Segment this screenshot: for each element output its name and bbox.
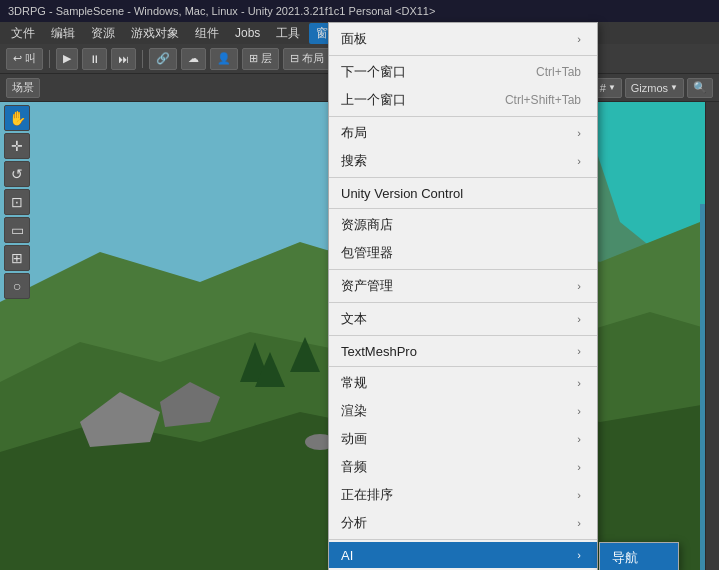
ai-submenu: 导航 — [599, 542, 679, 570]
divider-4 — [329, 208, 597, 209]
analysis-arrow: › — [577, 517, 581, 529]
divider-8 — [329, 366, 597, 367]
divider-3 — [329, 177, 597, 178]
divider-5 — [329, 269, 597, 270]
menu-text[interactable]: 文本 › — [329, 305, 597, 333]
layout-arrow: › — [577, 127, 581, 139]
seq-arrow: › — [577, 489, 581, 501]
menu-audio[interactable]: 音频 › — [329, 453, 597, 481]
search-arrow: › — [577, 155, 581, 167]
menu-panel[interactable]: 面板 › — [329, 25, 597, 53]
menu-layout[interactable]: 布局 › — [329, 119, 597, 147]
render-arrow: › — [577, 405, 581, 417]
search-label: 搜索 — [341, 152, 367, 170]
ai-arrow: › — [577, 549, 581, 561]
ai-label: AI — [341, 548, 353, 563]
audio-menu-label: 音频 — [341, 458, 367, 476]
divider-1 — [329, 55, 597, 56]
seq-label: 正在排序 — [341, 486, 393, 504]
menu-panel-label: 面板 — [341, 30, 367, 48]
menu-asset-management[interactable]: 资产管理 › — [329, 272, 597, 300]
nav-label: 导航 — [612, 550, 638, 565]
menu-asset-store[interactable]: 资源商店 — [329, 211, 597, 239]
asset-store-label: 资源商店 — [341, 216, 393, 234]
layout-label: 布局 — [341, 124, 367, 142]
divider-6 — [329, 302, 597, 303]
menu-ai[interactable]: AI › — [329, 542, 597, 568]
menu-general[interactable]: 常规 › — [329, 369, 597, 397]
pkg-manager-label: 包管理器 — [341, 244, 393, 262]
tmp-arrow: › — [577, 345, 581, 357]
menu-next-window[interactable]: 下一个窗口 Ctrl+Tab — [329, 58, 597, 86]
menu-sequencing[interactable]: 正在排序 › — [329, 481, 597, 509]
prev-window-label: 上一个窗口 — [341, 91, 406, 109]
menu-search[interactable]: 搜索 › — [329, 147, 597, 175]
analysis-label: 分析 — [341, 514, 367, 532]
menu-unity-version-control[interactable]: Unity Version Control — [329, 180, 597, 206]
anim-label: 动画 — [341, 430, 367, 448]
next-window-shortcut: Ctrl+Tab — [536, 65, 581, 79]
divider-7 — [329, 335, 597, 336]
menu-animation[interactable]: 动画 › — [329, 425, 597, 453]
menu-package-manager[interactable]: 包管理器 — [329, 239, 597, 267]
general-arrow: › — [577, 377, 581, 389]
render-label: 渲染 — [341, 402, 367, 420]
dropdown-overlay: 面板 › 下一个窗口 Ctrl+Tab 上一个窗口 Ctrl+Shift+Tab… — [0, 0, 719, 570]
general-label: 常规 — [341, 374, 367, 392]
uvc-label: Unity Version Control — [341, 186, 463, 201]
asset-mgmt-arrow: › — [577, 280, 581, 292]
menu-render[interactable]: 渲染 › — [329, 397, 597, 425]
next-window-label: 下一个窗口 — [341, 63, 406, 81]
window-menu: 面板 › 下一个窗口 Ctrl+Tab 上一个窗口 Ctrl+Shift+Tab… — [328, 22, 598, 570]
anim-arrow: › — [577, 433, 581, 445]
divider-2 — [329, 116, 597, 117]
asset-mgmt-label: 资产管理 — [341, 277, 393, 295]
divider-9 — [329, 539, 597, 540]
prev-window-shortcut: Ctrl+Shift+Tab — [505, 93, 581, 107]
menu-prev-window[interactable]: 上一个窗口 Ctrl+Shift+Tab — [329, 86, 597, 114]
tmp-label: TextMeshPro — [341, 344, 417, 359]
menu-analysis[interactable]: 分析 › — [329, 509, 597, 537]
menu-section-1: 面板 › 下一个窗口 Ctrl+Tab 上一个窗口 Ctrl+Shift+Tab… — [329, 23, 597, 570]
panel-arrow: › — [577, 33, 581, 45]
text-label: 文本 — [341, 310, 367, 328]
menu-textmeshpro[interactable]: TextMeshPro › — [329, 338, 597, 364]
text-arrow: › — [577, 313, 581, 325]
audio-arrow: › — [577, 461, 581, 473]
submenu-navigation[interactable]: 导航 — [600, 543, 678, 570]
